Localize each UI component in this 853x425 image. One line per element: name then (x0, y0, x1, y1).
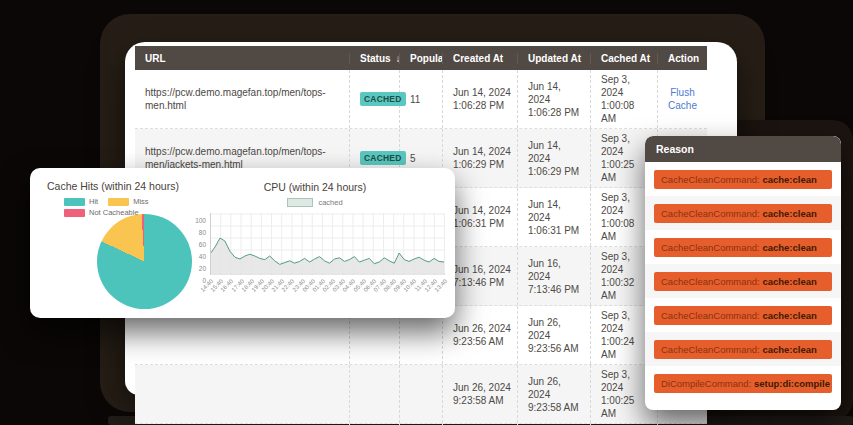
column-header-created-at[interactable]: Created At (443, 53, 518, 64)
status-cell: CACHED (350, 70, 400, 128)
cpu-y-tick-label: 80 (186, 230, 206, 236)
reason-command-prefix: CacheCleanCommand: (661, 310, 762, 321)
reason-badge: CacheCleanCommand: cache:clean (654, 306, 832, 325)
updated-at-cell: Jun 14, 2024 1:06:29 PM (518, 129, 591, 187)
reason-panel: Reason CacheCleanCommand: cache:cleanCac… (645, 136, 841, 410)
column-header-cached-at[interactable]: Cached At (591, 53, 658, 64)
reason-row: CacheCleanCommand: cache:clean (645, 196, 841, 230)
charts-overlay-panel: Cache Hits (within 24 hours) HitMissNot … (30, 168, 455, 318)
cpu-chart-title: CPU (within 24 hours) (180, 181, 450, 193)
column-header-popularity[interactable]: Popularity (400, 53, 443, 64)
action-cell: Flush Cache (658, 70, 707, 128)
reason-command-prefix: CacheCleanCommand: (661, 174, 762, 185)
pie-chart-title: Cache Hits (within 24 hours) (47, 180, 179, 192)
column-header-url[interactable]: URL (135, 53, 350, 64)
reason-command-name: cache:clean (762, 276, 816, 287)
reason-badge: DiCompileCommand: setup:di:compile (654, 374, 832, 393)
reason-row: CacheCleanCommand: cache:clean (645, 298, 841, 332)
reason-panel-header: Reason (645, 136, 841, 162)
cache-hits-pie-chart (97, 214, 192, 309)
pie-legend-label: Miss (133, 197, 148, 206)
reason-row: DiCompileCommand: setup:di:compile (645, 366, 841, 400)
reason-command-name: cache:clean (762, 344, 816, 355)
reason-badge: CacheCleanCommand: cache:clean (654, 340, 832, 359)
cpu-legend-swatch (287, 198, 313, 207)
cpu-chart-section: CPU (within 24 hours) cached 02040608010… (180, 178, 450, 314)
status-cell (350, 365, 400, 423)
reason-badge: CacheCleanCommand: cache:clean (654, 272, 832, 291)
pie-legend-item: Not Cacheable (64, 208, 139, 217)
flush-cache-link[interactable]: Flush Cache (664, 86, 702, 112)
reason-row: CacheCleanCommand: cache:clean (645, 230, 841, 264)
cpu-legend: cached (180, 198, 450, 207)
reason-badge: CacheCleanCommand: cache:clean (654, 238, 832, 257)
pie-legend-item: Miss (108, 197, 148, 206)
reason-list: CacheCleanCommand: cache:cleanCacheClean… (645, 162, 841, 400)
cpu-legend-label: cached (318, 198, 342, 207)
reason-row: CacheCleanCommand: cache:clean (645, 162, 841, 196)
reason-command-name: cache:clean (762, 208, 816, 219)
reason-badge: CacheCleanCommand: cache:clean (654, 170, 832, 189)
reason-command-prefix: CacheCleanCommand: (661, 208, 762, 219)
reason-command-prefix: CacheCleanCommand: (661, 344, 762, 355)
cpu-y-tick-label: 100 (186, 218, 206, 224)
updated-at-cell: Jun 26, 2024 9:23:58 AM (518, 365, 591, 423)
url-cell: https://pcw.demo.magefan.top/men/tops-me… (135, 70, 350, 128)
reason-command-name: setup:di:compile (754, 378, 830, 389)
updated-at-cell: Jun 26, 2024 9:23:56 AM (518, 306, 591, 364)
status-badge: CACHED (360, 151, 406, 165)
created-at-cell: Jun 26, 2024 9:23:58 AM (443, 365, 518, 423)
pie-legend-item: Hit (64, 197, 98, 206)
status-badge: CACHED (360, 92, 406, 106)
table-row: Jun 26, 2024 9:23:58 AMJun 26, 2024 9:23… (135, 365, 707, 424)
created-at-cell: Jun 14, 2024 1:06:28 PM (443, 70, 518, 128)
popularity-cell: 11 (400, 70, 443, 128)
reason-row: CacheCleanCommand: cache:clean (645, 332, 841, 366)
reason-command-prefix: DiCompileCommand: (661, 378, 754, 389)
pie-legend-label: Hit (89, 197, 98, 206)
cpu-area-chart: 020406080100 (210, 213, 445, 275)
updated-at-cell: Jun 14, 2024 1:06:28 PM (518, 70, 591, 128)
reason-command-prefix: CacheCleanCommand: (661, 242, 762, 253)
reason-row: CacheCleanCommand: cache:clean (645, 264, 841, 298)
cached-at-cell: Sep 3, 2024 1:00:08 AM (591, 70, 658, 128)
column-header-action[interactable]: Action (658, 53, 707, 64)
created-at-cell: Jun 26, 2024 9:23:56 AM (443, 306, 518, 364)
cpu-y-tick-label: 20 (186, 266, 206, 272)
reason-command-prefix: CacheCleanCommand: (661, 276, 762, 287)
table-row: https://pcw.demo.magefan.top/men/tops-me… (135, 70, 707, 129)
popularity-cell (400, 365, 443, 423)
column-header-status[interactable]: Status↓ (350, 53, 400, 64)
updated-at-cell: Jun 16, 2024 7:13:46 PM (518, 247, 591, 305)
reason-command-name: cache:clean (762, 310, 816, 321)
pie-legend-swatch (108, 198, 129, 206)
pie-legend-swatch (64, 198, 85, 206)
updated-at-cell: Jun 14, 2024 1:06:31 PM (518, 188, 591, 246)
cpu-y-tick-label: 60 (186, 242, 206, 248)
reason-command-name: cache:clean (762, 242, 816, 253)
pie-legend-swatch (64, 209, 85, 217)
pie-legend: HitMissNot Cacheable (64, 197, 192, 217)
cpu-y-tick-label: 40 (186, 254, 206, 260)
cpu-x-axis-labels: 14:4015:4016:4017:4018:4019:4020:4021:40… (210, 275, 445, 303)
table-header-row: URLStatus↓PopularityCreated AtUpdated At… (135, 46, 707, 70)
url-cell (135, 365, 350, 423)
reason-badge: CacheCleanCommand: cache:clean (654, 204, 832, 223)
column-header-updated-at[interactable]: Updated At (518, 53, 591, 64)
reason-command-name: cache:clean (762, 174, 816, 185)
